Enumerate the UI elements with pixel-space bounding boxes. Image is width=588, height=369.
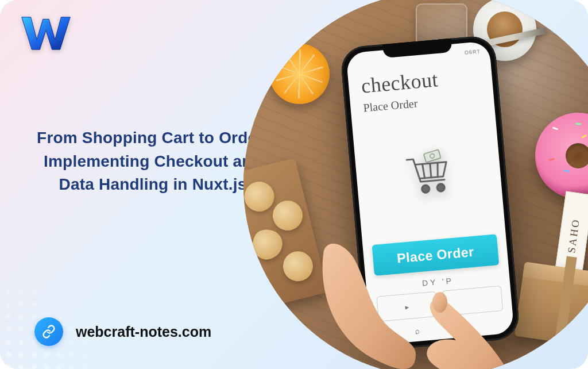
svg-line-5: [436, 163, 439, 177]
promo-banner: From Shopping Cart to Order: Implementin…: [0, 0, 588, 369]
place-order-label: Place Order: [396, 244, 474, 266]
svg-rect-8: [423, 149, 440, 162]
svg-point-6: [421, 185, 430, 193]
orange-slice: [269, 44, 330, 104]
brand-logo: [21, 13, 71, 54]
link-icon: [34, 317, 63, 346]
headline-line-1: From Shopping Cart to Order:: [37, 129, 269, 147]
nav-search-icon: ⌕: [415, 326, 420, 336]
status-right-text: O6RT: [465, 48, 481, 55]
nav-circle-icon: O: [462, 322, 469, 332]
plant: [554, 0, 588, 67]
phone-screen: O6RT checkout Place Order: [346, 41, 514, 345]
secondary-box-right[interactable]: [442, 286, 503, 316]
svg-point-7: [436, 183, 444, 191]
headline-line-2: Implementing Checkout and: [44, 152, 262, 170]
hero-illustration: SAHO O6RT checkout Place Order: [243, 0, 588, 369]
source-url: webcraft-notes.com: [76, 324, 211, 340]
paper-label-text: SAHO: [565, 217, 582, 253]
shopping-cart-icon: [351, 103, 505, 244]
secondary-box-left[interactable]: ▸: [376, 291, 438, 322]
svg-line-3: [422, 164, 424, 178]
smartphone: O6RT checkout Place Order: [339, 34, 520, 352]
headline-line-3: Data Handling in Nuxt.js: [59, 175, 247, 193]
gift-box: [514, 262, 588, 348]
svg-line-4: [430, 163, 431, 178]
source-link[interactable]: webcraft-notes.com: [34, 317, 211, 346]
play-glyph: ▸: [405, 302, 409, 311]
